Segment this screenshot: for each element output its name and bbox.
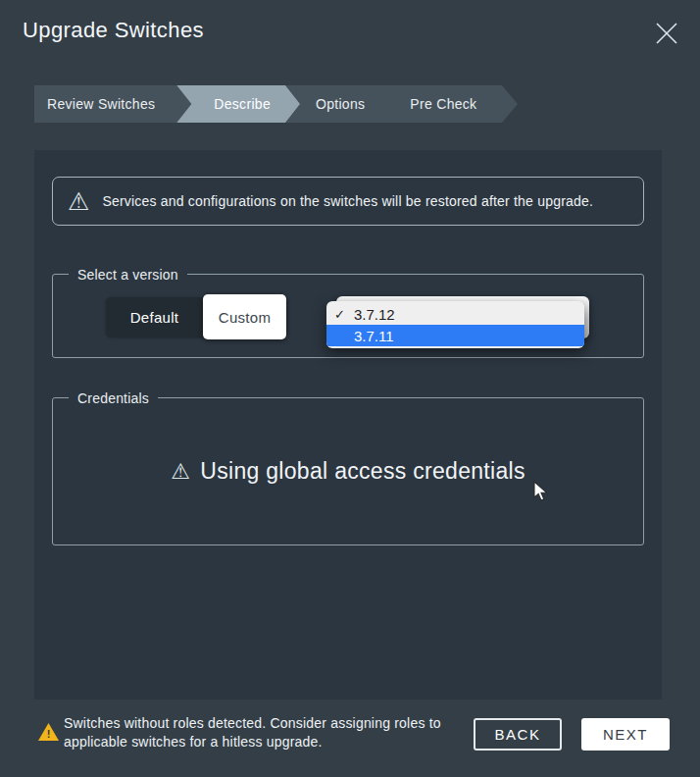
restore-notice: ⚠ Services and configurations on the swi… (52, 177, 644, 226)
footer-warning-text: Switches without roles detected. Conside… (64, 714, 448, 751)
toggle-default-button[interactable]: Default (106, 297, 203, 337)
warning-exclamation: ! (47, 728, 51, 741)
version-option-label: 3.7.12 (354, 306, 395, 323)
step-options[interactable]: Options (300, 85, 387, 123)
version-dropdown-menu: ✓ 3.7.12 3.7.11 (326, 301, 584, 348)
step-describe[interactable]: Describe (176, 85, 300, 123)
close-button[interactable] (651, 18, 682, 49)
checkmark-icon: ✓ (334, 307, 354, 322)
version-mode-toggle: Default Custom (106, 297, 286, 337)
content-panel: ⚠ Services and configurations on the swi… (34, 150, 662, 699)
version-option-3712[interactable]: ✓ 3.7.12 (326, 303, 584, 325)
credentials-message-text: Using global access credentials (200, 458, 525, 485)
warning-outline-icon: ⚠ (68, 189, 89, 214)
back-button[interactable]: BACK (474, 718, 562, 751)
next-button[interactable]: NEXT (581, 718, 670, 751)
wizard-stepper: Review Switches Describe Options Pre Che… (34, 85, 518, 123)
step-review-switches[interactable]: Review Switches (34, 85, 176, 123)
warning-outline-icon: ⚠ (171, 459, 190, 485)
warning-filled-icon: ! (38, 723, 59, 741)
select-version-label: Select a version (69, 267, 187, 283)
version-option-3711[interactable]: 3.7.11 (326, 325, 584, 346)
version-option-label: 3.7.11 (354, 328, 394, 344)
step-pre-check[interactable]: Pre Check (387, 85, 500, 123)
toggle-custom-button[interactable]: Custom (203, 294, 286, 339)
page-title: Upgrade Switches (23, 18, 204, 43)
credentials-message: ⚠ Using global access credentials (52, 397, 644, 545)
restore-notice-text: Services and configurations on the switc… (102, 192, 593, 210)
close-icon (654, 21, 679, 46)
